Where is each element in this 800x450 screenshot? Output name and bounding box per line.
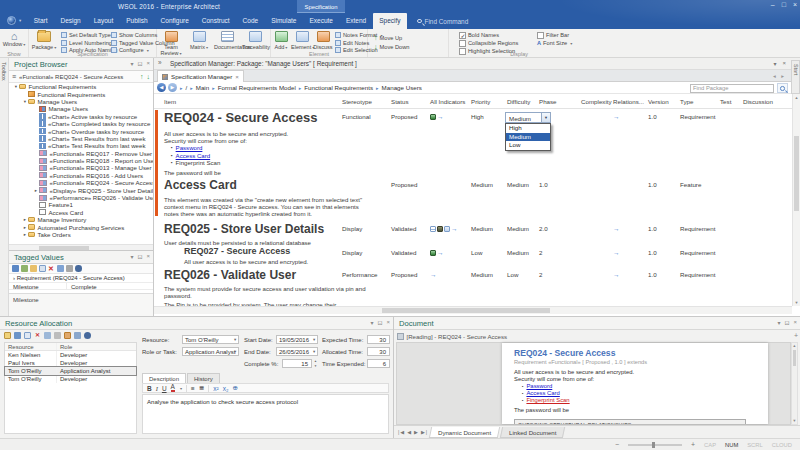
underline-icon[interactable]: U (162, 385, 167, 392)
chevron-double-icon[interactable]: » (158, 59, 162, 66)
hyperlink[interactable]: Access Card (526, 390, 559, 397)
column-header[interactable]: Item (164, 98, 176, 105)
end-date-field[interactable]: 26/05/2016▼ (276, 347, 318, 356)
cell-type[interactable]: Requirement (680, 113, 715, 120)
copy-icon[interactable] (24, 332, 31, 339)
cell-indicators[interactable] (430, 249, 444, 256)
tab-design[interactable]: Design (54, 13, 87, 29)
tree-item[interactable]: Automated Purchasing Services (9, 223, 153, 230)
properties-icon[interactable] (74, 332, 81, 339)
tree-item[interactable]: «Display» REQ025 - Store User Details (9, 186, 153, 193)
resource-row[interactable]: Ken NielsenDeveloper (5, 351, 136, 359)
hyperlink[interactable]: Password (526, 383, 552, 390)
edit-tag-icon[interactable] (30, 265, 37, 272)
cell-type[interactable]: Requirement (680, 249, 715, 256)
cell-stereotype[interactable]: Functional (342, 113, 371, 120)
column-header[interactable]: Priority (471, 98, 490, 105)
copy-icon[interactable] (39, 265, 46, 272)
next-page-icon[interactable]: ▶ (414, 429, 419, 435)
zoom-slider-thumb[interactable] (652, 442, 655, 448)
tree-item[interactable]: Functional Requirements (9, 90, 153, 97)
subscript-icon[interactable]: x₂ (223, 385, 229, 392)
dropdown-option-selected[interactable]: Medium (506, 133, 550, 142)
tab-specify[interactable]: Specify (373, 13, 407, 29)
allocated-time-field[interactable]: 30 (367, 347, 390, 356)
zoom-in-icon[interactable]: + (691, 442, 695, 447)
cell-phase[interactable]: 2.0 (539, 225, 548, 232)
tagged-value-row[interactable]: Milestone Complete (9, 282, 153, 290)
contextual-tab-specification[interactable]: Specification (297, 0, 345, 13)
hyperlink-icon[interactable]: ⊕ (232, 384, 237, 392)
delete-icon[interactable]: ✕ (34, 332, 41, 339)
row-title[interactable]: REQ027 - Secure Access (184, 246, 290, 256)
scrollbar-thumb[interactable] (382, 308, 550, 313)
spec-row-req024[interactable]: REQ024 - Secure Access All user access i… (154, 110, 790, 178)
scroll-up-icon[interactable]: ▲ (793, 95, 800, 100)
app-logo-icon[interactable] (7, 16, 16, 25)
font-size-button[interactable]: AFont Size▾ (537, 40, 572, 46)
cell-priority[interactable]: Medium (471, 181, 493, 188)
cell-stereotype[interactable]: Display (342, 249, 362, 256)
tree-item[interactable]: «Functional» REQ017 - Remove User (9, 150, 153, 157)
tab-extend[interactable]: Extend (339, 13, 372, 29)
tab-specification-manager[interactable]: Specification Manager × (157, 70, 244, 82)
row-title[interactable]: REQ024 - Secure Access (164, 110, 317, 125)
scroll-up-icon[interactable]: ▲ (792, 344, 797, 348)
spec-row-req026[interactable]: REQ026 - Validate User The system must p… (154, 268, 790, 306)
tree-item[interactable]: Functional Requirements (9, 83, 153, 90)
resource-row-selected[interactable]: Tom O'ReillyApplication Analyst (5, 367, 136, 375)
tree-item[interactable]: Feature1 (9, 201, 153, 208)
toolbox-autohide-tab[interactable]: Toolbox (0, 58, 9, 316)
assign-icon[interactable] (64, 332, 71, 339)
tab-simulate[interactable]: Simulate (265, 13, 303, 29)
start-autohide-tab[interactable]: Start (791, 60, 800, 94)
dropdown-button-icon[interactable]: ▼ (541, 113, 550, 122)
font-color-icon[interactable]: A (171, 384, 175, 392)
menu-caret-icon[interactable]: ▾ (777, 319, 780, 326)
scrollbar-thumb[interactable] (794, 136, 799, 211)
spec-row-access-card[interactable]: Access Card This element was created via… (154, 178, 790, 220)
cell-version[interactable]: 1.0 (648, 225, 657, 232)
difficulty-dropdown[interactable]: Medium ▼ (505, 112, 551, 123)
set-default-type-button[interactable]: Set Default Type▾ (61, 32, 116, 38)
tree-item[interactable]: «Chart» Active tasks by resource (9, 113, 153, 120)
hyperlink-broken[interactable]: Fingerprint Scan (526, 397, 569, 404)
numbered-list-icon[interactable]: ≣ (199, 384, 204, 392)
column-header[interactable]: Test (720, 98, 731, 105)
tagged-values-group-row[interactable]: › Requirement (REQ024 - Secure Access) (9, 274, 153, 282)
refresh-icon[interactable] (57, 265, 64, 272)
description-editor[interactable]: Analyse the application to check secure … (142, 394, 389, 434)
column-header[interactable]: Relations... (613, 98, 644, 105)
resource-row[interactable]: Tom O'ReillyDeveloper (5, 375, 136, 383)
tab-code[interactable]: Code (236, 13, 265, 29)
dropdown-option[interactable]: High (506, 124, 550, 133)
cell-status[interactable]: Validated (391, 225, 416, 232)
column-header[interactable]: Difficulty (507, 98, 530, 105)
breadcrumb-item[interactable]: Manage Users (375, 84, 422, 91)
tree-item[interactable]: «Functional» REQ016 - Add Users (9, 172, 153, 179)
tree-item[interactable]: «Functional» REQ018 - Report on Users (9, 157, 153, 164)
documentation-button[interactable]: Documentation (214, 31, 240, 50)
back-button[interactable]: ◀ (157, 83, 166, 92)
menu-caret-icon[interactable]: ▾ (130, 60, 133, 67)
save-icon[interactable] (14, 332, 21, 339)
hyperlink[interactable]: Access Card (176, 152, 211, 159)
traceability-button[interactable]: Traceability (242, 31, 268, 50)
scroll-down-icon[interactable]: ▼ (792, 419, 797, 423)
tree-item[interactable]: «Functional» REQ013 - Manage User a (9, 164, 153, 171)
tab-description[interactable]: Description (142, 373, 186, 383)
bold-names-checkbox[interactable]: Bold Names (459, 32, 499, 39)
column-header[interactable]: Discussion (743, 98, 773, 105)
tab-start[interactable]: Start (27, 13, 54, 29)
cell-phase[interactable]: 1.0 (539, 181, 548, 188)
close-tab-icon[interactable]: × (235, 73, 239, 80)
cell-indicators[interactable] (430, 271, 437, 278)
column-header[interactable]: Type (680, 98, 693, 105)
column-header[interactable]: All Indicators (430, 98, 465, 105)
edit-notes-button[interactable]: Edit Notes (335, 40, 369, 46)
tree-item[interactable]: «Chart» Test Results from last week (9, 135, 153, 142)
options-icon[interactable] (66, 265, 73, 272)
cell-priority[interactable]: High (471, 113, 484, 120)
scroll-down-icon[interactable]: ▼ (793, 300, 800, 305)
tab-linked-document[interactable]: Linked Document (500, 427, 566, 438)
